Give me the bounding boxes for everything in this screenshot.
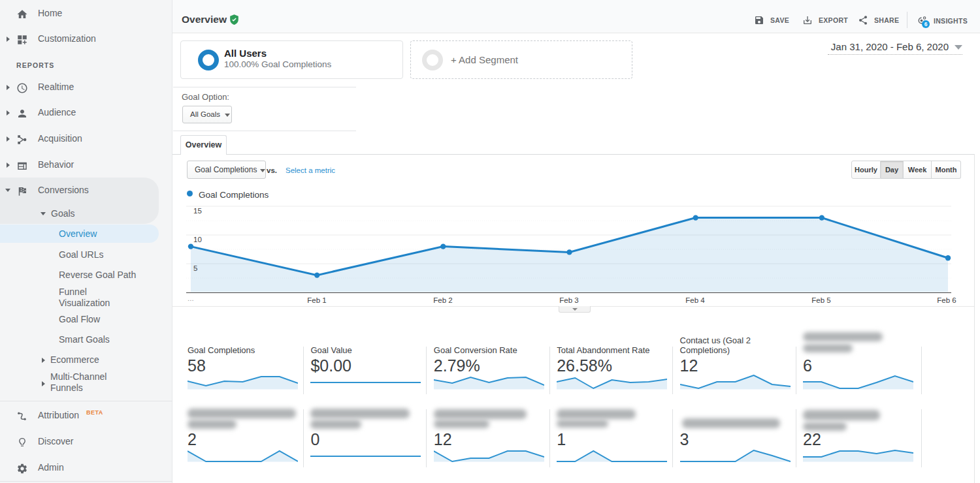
svg-text:Feb 6: Feb 6 xyxy=(937,296,956,304)
svg-text:...: ... xyxy=(188,294,194,302)
svg-text:15: 15 xyxy=(193,207,202,215)
svg-text:Feb 3: Feb 3 xyxy=(559,296,578,304)
svg-text:5: 5 xyxy=(193,264,197,272)
svg-text:Feb 2: Feb 2 xyxy=(433,296,452,304)
svg-text:Feb 5: Feb 5 xyxy=(811,296,830,304)
svg-text:Feb 1: Feb 1 xyxy=(307,296,326,304)
svg-text:Feb 4: Feb 4 xyxy=(685,296,705,304)
svg-text:10: 10 xyxy=(193,236,202,243)
